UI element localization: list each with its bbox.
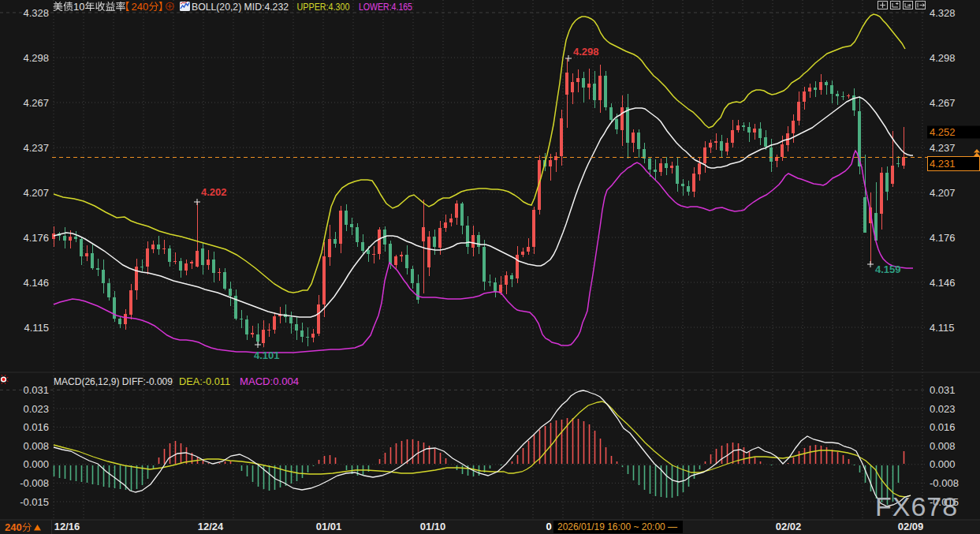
- svg-text:0: 0: [546, 521, 551, 532]
- svg-text:4.176: 4.176: [930, 232, 956, 244]
- svg-text:02/09: 02/09: [898, 521, 924, 532]
- svg-text:0.016: 0.016: [23, 421, 49, 433]
- svg-text:4.176: 4.176: [23, 232, 49, 244]
- svg-text:0.023: 0.023: [930, 403, 956, 415]
- svg-text:12/24: 12/24: [198, 521, 224, 532]
- svg-text:0.008: 0.008: [23, 440, 49, 452]
- svg-text:4.202: 4.202: [201, 186, 227, 198]
- svg-text:-0.015: -0.015: [20, 496, 49, 508]
- svg-text:4.298: 4.298: [23, 52, 49, 64]
- svg-text:4.328: 4.328: [930, 7, 956, 19]
- svg-text:4.237: 4.237: [23, 142, 49, 154]
- svg-text:MACD(26,12,9) DIFF:-0.009: MACD(26,12,9) DIFF:-0.009: [54, 375, 173, 387]
- svg-text:0.016: 0.016: [930, 421, 956, 433]
- svg-text:4.115: 4.115: [24, 322, 49, 334]
- svg-text:-0.008: -0.008: [20, 477, 49, 489]
- svg-text:2026/01/19 16:00 ~ 20:00 —: 2026/01/19 16:00 ~ 20:00 —: [557, 521, 677, 532]
- svg-text:10: 10: [73, 1, 84, 13]
- svg-text:MACD:0.004: MACD:0.004: [240, 375, 299, 387]
- svg-text:4.159: 4.159: [875, 263, 901, 275]
- svg-text:FX678: FX678: [875, 491, 958, 521]
- svg-text:0.031: 0.031: [930, 384, 956, 396]
- svg-text:4.267: 4.267: [930, 97, 956, 109]
- svg-text:4.146: 4.146: [23, 277, 49, 289]
- svg-text:-0.008: -0.008: [930, 477, 959, 489]
- svg-text:0.008: 0.008: [930, 440, 956, 452]
- svg-text:4.267: 4.267: [23, 97, 49, 109]
- svg-text:4.207: 4.207: [23, 187, 49, 199]
- svg-text:240: 240: [5, 521, 22, 533]
- svg-text:4.231: 4.231: [930, 158, 956, 170]
- svg-text:240: 240: [132, 1, 149, 13]
- svg-text:0.031: 0.031: [23, 384, 49, 396]
- svg-text:4.298: 4.298: [573, 46, 599, 58]
- svg-text:LOWER:4.165: LOWER:4.165: [359, 1, 412, 13]
- svg-text:4.252: 4.252: [930, 126, 956, 138]
- svg-text:4.115: 4.115: [930, 322, 955, 334]
- svg-text:BOLL(20,2) MID:4.232: BOLL(20,2) MID:4.232: [192, 1, 289, 13]
- svg-text:01/01: 01/01: [316, 521, 342, 532]
- svg-text:0.000: 0.000: [23, 458, 49, 470]
- svg-text:UPPER:4.300: UPPER:4.300: [297, 1, 350, 13]
- svg-text:4.237: 4.237: [930, 142, 956, 154]
- svg-text:02/02: 02/02: [776, 521, 802, 532]
- svg-text:4.146: 4.146: [930, 277, 956, 289]
- svg-text:4.298: 4.298: [930, 52, 956, 64]
- svg-text:01/10: 01/10: [420, 521, 446, 532]
- svg-text:12/16: 12/16: [54, 521, 80, 532]
- svg-text:0.023: 0.023: [23, 403, 49, 415]
- svg-text:4.101: 4.101: [254, 349, 280, 361]
- svg-text:4.207: 4.207: [930, 187, 956, 199]
- svg-text:0.000: 0.000: [930, 458, 956, 470]
- svg-text:4.328: 4.328: [23, 7, 49, 19]
- svg-text:DEA:-0.011: DEA:-0.011: [179, 375, 230, 387]
